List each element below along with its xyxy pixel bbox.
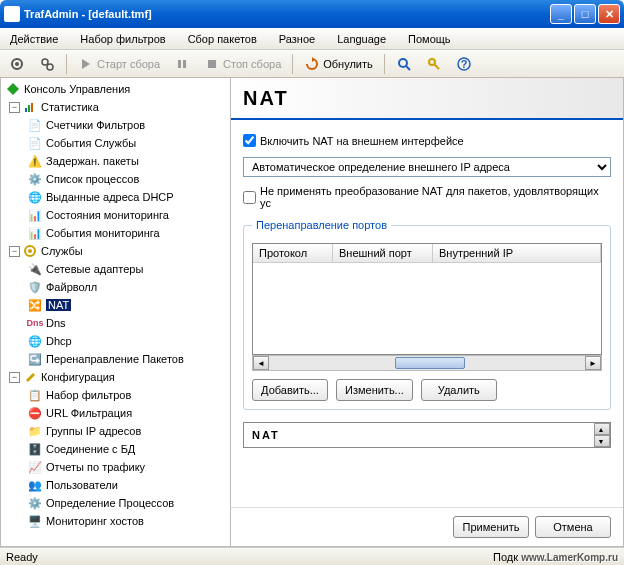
- tree-service-events[interactable]: 📄События Службы: [3, 134, 228, 152]
- svg-marker-4: [82, 59, 90, 69]
- tool-search[interactable]: [391, 53, 417, 75]
- col-external-port[interactable]: Внешний порт: [333, 244, 433, 262]
- tree-host-monitor[interactable]: 🖥️Мониторинг хостов: [3, 512, 228, 530]
- tree-dhcp-addresses[interactable]: 🌐Выданные адреса DHCP: [3, 188, 228, 206]
- host-icon: 🖥️: [27, 513, 43, 529]
- enable-nat-checkbox[interactable]: [243, 134, 256, 147]
- reset-button[interactable]: Обнулить: [299, 53, 378, 75]
- start-capture-button[interactable]: Старт сбора: [73, 53, 165, 75]
- collapse-icon[interactable]: −: [9, 372, 20, 383]
- spin-up-icon[interactable]: ▲: [594, 423, 610, 435]
- svg-rect-6: [183, 60, 186, 68]
- menu-misc[interactable]: Разное: [275, 31, 319, 47]
- svg-text:?: ?: [460, 58, 467, 70]
- tree-dhcp[interactable]: 🌐Dhcp: [3, 332, 228, 350]
- lower-select[interactable]: NAT ▲ ▼: [243, 422, 611, 448]
- shield-icon: 🛡️: [27, 279, 43, 295]
- menubar: Действие Набор фильтров Сбор пакетов Раз…: [0, 28, 624, 50]
- gears-icon: [39, 56, 55, 72]
- app-icon: [4, 6, 20, 22]
- svg-point-20: [28, 249, 32, 253]
- add-button[interactable]: Добавить...: [252, 379, 328, 401]
- pause-icon: [174, 56, 190, 72]
- status-right-prefix: Подк: [493, 551, 518, 563]
- edit-button[interactable]: Изменить...: [336, 379, 413, 401]
- gear-icon: ⚙️: [27, 171, 43, 187]
- tree-monitor-events[interactable]: 📊События мониторинга: [3, 224, 228, 242]
- tree-dns[interactable]: DnsDns: [3, 314, 228, 332]
- menu-filterset[interactable]: Набор фильтров: [76, 31, 169, 47]
- col-protocol[interactable]: Протокол: [253, 244, 333, 262]
- collapse-icon[interactable]: −: [9, 246, 20, 257]
- tree-process-def[interactable]: ⚙️Определение Процессов: [3, 494, 228, 512]
- group-icon: 📁: [27, 423, 43, 439]
- tree-adapters[interactable]: 🔌Сетевые адаптеры: [3, 260, 228, 278]
- tree-process-list[interactable]: ⚙️Список процессов: [3, 170, 228, 188]
- menu-language[interactable]: Language: [333, 31, 390, 47]
- gear-icon: [22, 243, 38, 259]
- titlebar: TrafAdmin - [default.tmf] _ □ ✕: [0, 0, 624, 28]
- tree-filter-counters[interactable]: 📄Счетчики Фильтров: [3, 116, 228, 134]
- maximize-button[interactable]: □: [574, 4, 596, 24]
- menu-capture[interactable]: Сбор пакетов: [184, 31, 261, 47]
- svg-rect-7: [208, 60, 216, 68]
- svg-line-12: [434, 64, 439, 69]
- tree-config[interactable]: − Конфигурация: [3, 368, 228, 386]
- collapse-icon[interactable]: −: [9, 102, 20, 113]
- doc-icon: 📄: [27, 117, 43, 133]
- tree-nat[interactable]: 🔀NAT: [3, 296, 228, 314]
- svg-point-2: [42, 59, 48, 65]
- tree-packet-redirect[interactable]: ↪️Перенаправление Пакетов: [3, 350, 228, 368]
- tool-help[interactable]: ?: [451, 53, 477, 75]
- scroll-left-icon[interactable]: ◄: [253, 356, 269, 370]
- tree-filterset[interactable]: 📋Набор фильтров: [3, 386, 228, 404]
- no-transform-checkbox[interactable]: [243, 191, 256, 204]
- enable-nat-label: Включить NAT на внешнем интерфейсе: [260, 135, 464, 147]
- tool-gear2[interactable]: [34, 53, 60, 75]
- col-internal-ip[interactable]: Внутренний IP: [433, 244, 601, 262]
- apply-button[interactable]: Применить: [453, 516, 529, 538]
- scroll-track[interactable]: [269, 356, 585, 370]
- status-text: Ready: [6, 551, 38, 563]
- tree-traffic-reports[interactable]: 📈Отчеты по трафику: [3, 458, 228, 476]
- tree-monitor-states[interactable]: 📊Состояния мониторинга: [3, 206, 228, 224]
- nat-icon: 🔀: [27, 297, 43, 313]
- tree-panel[interactable]: Консоль Управления − Статистика 📄Счетчик…: [1, 78, 231, 546]
- scroll-thumb[interactable]: [395, 357, 465, 369]
- tree-ip-groups[interactable]: 📁Группы IP адресов: [3, 422, 228, 440]
- menu-help[interactable]: Помощь: [404, 31, 455, 47]
- statusbar: Ready Подк www.LamerKomp.ru: [0, 547, 624, 565]
- watermark: www.LamerKomp.ru: [521, 552, 618, 563]
- help-icon: ?: [456, 56, 472, 72]
- tree-root[interactable]: Консоль Управления: [3, 80, 228, 98]
- tool-key[interactable]: [421, 53, 447, 75]
- delete-button[interactable]: Удалить: [421, 379, 497, 401]
- spin-down-icon[interactable]: ▼: [594, 435, 610, 447]
- close-button[interactable]: ✕: [598, 4, 620, 24]
- tree-services[interactable]: − Службы: [3, 242, 228, 260]
- pause-capture-button[interactable]: [169, 53, 195, 75]
- key-icon: [426, 56, 442, 72]
- tree-firewall[interactable]: 🛡️Файрволл: [3, 278, 228, 296]
- tree-db-connection[interactable]: 🗄️Соединение с БД: [3, 440, 228, 458]
- minimize-button[interactable]: _: [550, 4, 572, 24]
- external-ip-select[interactable]: Автоматическое определение внешнего IP а…: [243, 157, 611, 177]
- monitor-icon: 📊: [27, 225, 43, 241]
- stop-capture-button[interactable]: Стоп сбора: [199, 53, 286, 75]
- cancel-button[interactable]: Отмена: [535, 516, 611, 538]
- svg-point-1: [15, 62, 19, 66]
- tree-held-packets[interactable]: ⚠️Задержан. пакеты: [3, 152, 228, 170]
- tool-gear1[interactable]: [4, 53, 30, 75]
- tree-url-filter[interactable]: ⛔URL Фильтрация: [3, 404, 228, 422]
- tree-stats[interactable]: − Статистика: [3, 98, 228, 116]
- scroll-right-icon[interactable]: ►: [585, 356, 601, 370]
- svg-point-9: [399, 59, 407, 67]
- menu-action[interactable]: Действие: [6, 31, 62, 47]
- tree-users[interactable]: 👥Пользователи: [3, 476, 228, 494]
- svg-rect-17: [28, 105, 30, 112]
- no-transform-label: Не применять преобразование NAT для паке…: [260, 185, 611, 209]
- hscrollbar[interactable]: ◄ ►: [252, 355, 602, 371]
- gear-icon: [9, 56, 25, 72]
- port-table[interactable]: Протокол Внешний порт Внутренний IP: [252, 243, 602, 355]
- table-body[interactable]: [253, 263, 601, 354]
